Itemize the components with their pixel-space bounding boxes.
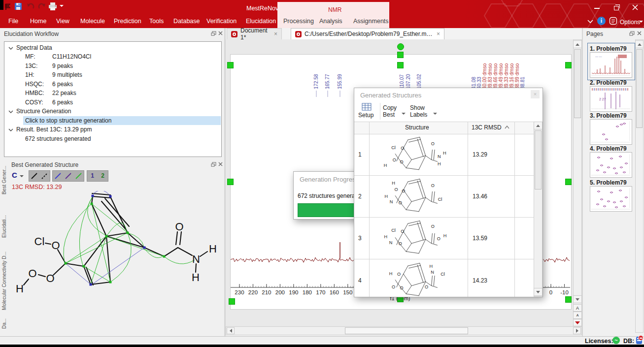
scroll-down-button[interactable]: [573, 295, 582, 303]
selection-handle[interactable]: [229, 298, 235, 305]
tab-database[interactable]: Database: [173, 18, 200, 25]
side-tab-molecular-connectivity[interactable]: Molecular Connectivity D...: [1, 252, 7, 310]
info-icon[interactable]: i: [597, 17, 606, 25]
show-labels-caret-icon[interactable]: [433, 113, 437, 117]
zoom-out-page-button[interactable]: A: [573, 312, 582, 319]
scroll-right-button[interactable]: [573, 327, 581, 334]
tab-file[interactable]: File: [8, 18, 18, 25]
bookmark-icon[interactable]: [5, 3, 11, 10]
ring-1-button[interactable]: 1: [87, 171, 98, 181]
ring-2-button[interactable]: 2: [98, 171, 108, 181]
atom-type-button[interactable]: C: [12, 171, 17, 179]
page-caption[interactable]: 3. Problem79: [590, 112, 637, 119]
page-nav-button[interactable]: [573, 319, 582, 326]
close-panel-icon[interactable]: [218, 31, 223, 35]
best-structure-canvas[interactable]: ClOOOHONHH: [7, 191, 225, 337]
tab-verification[interactable]: Verification: [206, 18, 237, 25]
selection-handle[interactable]: [397, 52, 404, 58]
copy-best-caret-icon[interactable]: [402, 113, 406, 117]
chevron-down-icon[interactable]: [8, 110, 13, 114]
document-tab-label[interactable]: C:/Users/Esther/Desktop/Problem79_Esther…: [305, 31, 434, 37]
scroll-up-button[interactable]: [573, 40, 582, 48]
license-status-icon[interactable]: ~: [612, 337, 620, 344]
selection-handle[interactable]: [397, 62, 404, 68]
selection-handle[interactable]: [565, 62, 572, 68]
doc-vscroll-thumb[interactable]: [574, 49, 581, 118]
stop-generation-label[interactable]: Click to stop structure generation: [25, 117, 111, 124]
page-thumbnail[interactable]: [590, 119, 632, 145]
rotation-handle[interactable]: [397, 43, 404, 50]
chevron-down-icon[interactable]: [8, 46, 13, 50]
structure-thumbnail[interactable]: HOOHNOOCl: [376, 177, 460, 216]
purple-bond-button[interactable]: [63, 171, 73, 181]
selection-handle[interactable]: [565, 179, 572, 185]
copy-best-button[interactable]: Copy Best: [383, 104, 401, 118]
minimize-button[interactable]: [589, 2, 604, 12]
float-panel-icon[interactable]: [629, 31, 635, 36]
green-bond-button[interactable]: [73, 171, 84, 181]
restore-button[interactable]: [609, 2, 624, 12]
tab-molecule[interactable]: Molecule: [80, 18, 105, 25]
tab-analysis[interactable]: Analysis: [319, 18, 342, 25]
selection-handle[interactable]: [227, 179, 234, 185]
column-structure[interactable]: Structure: [405, 124, 429, 131]
dashed-bond-button[interactable]: [39, 171, 50, 181]
page-caption[interactable]: 2. Problem79: [590, 79, 637, 86]
page-thumbnail[interactable]: [590, 152, 632, 178]
print-icon[interactable]: [48, 2, 57, 10]
chevron-down-icon[interactable]: [8, 128, 13, 132]
tree-result[interactable]: Result. Best 13C: 13.29 ppm: [16, 126, 92, 133]
tab-home[interactable]: Home: [30, 18, 46, 25]
column-rmsd[interactable]: 13C RMSD: [472, 124, 502, 131]
options-caret-icon[interactable]: [639, 21, 643, 25]
document-tab-label[interactable]: Document 1*: [240, 27, 271, 41]
doc-hscroll-thumb[interactable]: [345, 327, 468, 334]
document-tab-1[interactable]: Document 1* ×: [227, 28, 282, 39]
page-caption[interactable]: 5. Problem79: [590, 179, 637, 186]
page-caption[interactable]: 4. Problem79: [590, 145, 637, 152]
generated-structures-dialog[interactable]: Generated Structures × Setup Copy Best S…: [354, 88, 543, 297]
page-thumbnail[interactable]: [590, 186, 632, 212]
structure-thumbnail[interactable]: ClOHNOOOH: [376, 219, 460, 257]
tab-assignments[interactable]: Assignments: [353, 18, 389, 25]
tab-tools[interactable]: Tools: [149, 18, 164, 25]
show-labels-button[interactable]: Show Labels: [410, 104, 431, 118]
close-panel-icon[interactable]: [218, 162, 223, 166]
dialog-close-button[interactable]: ×: [531, 90, 540, 98]
document-tab-2[interactable]: C:/Users/Esther/Desktop/Problem79_Esther…: [291, 28, 444, 39]
scroll-left-button[interactable]: [227, 327, 235, 334]
atom-type-caret-icon[interactable]: [20, 175, 24, 179]
ribbon-collapse-icon[interactable]: [587, 20, 593, 24]
structure-thumbnail[interactable]: ClOHOOONHH: [376, 135, 460, 174]
close-panel-icon[interactable]: [637, 31, 642, 35]
scroll-up-button[interactable]: [534, 122, 542, 129]
quick-access-more-icon[interactable]: [60, 5, 64, 9]
side-tab-data[interactable]: Da...: [1, 318, 7, 329]
undo-icon[interactable]: [27, 3, 34, 10]
side-tab-best-generated[interactable]: Best Gener...: [1, 166, 7, 194]
redo-icon[interactable]: [38, 3, 46, 10]
page-thumbnail[interactable]: 2 27: [590, 86, 632, 112]
scroll-up-button[interactable]: [635, 40, 644, 48]
scroll-down-button[interactable]: [534, 288, 542, 296]
save-icon[interactable]: [14, 2, 22, 10]
page-thumbnail[interactable]: ╌╌ ╌╌: [590, 52, 632, 78]
tab-view[interactable]: View: [56, 18, 69, 25]
float-panel-icon[interactable]: [211, 31, 216, 36]
setup-button[interactable]: Setup: [358, 112, 373, 119]
tab-close-icon[interactable]: ×: [274, 31, 277, 37]
selection-handle[interactable]: [227, 62, 234, 68]
table-vscroll-thumb[interactable]: [535, 130, 542, 189]
single-bond-button[interactable]: [29, 171, 39, 181]
page-caption[interactable]: 1. Problem79: [590, 45, 637, 52]
tree-spectral-data[interactable]: Spectral Data: [16, 44, 52, 51]
zoom-in-page-button[interactable]: A: [573, 304, 582, 312]
setup-icon[interactable]: [362, 103, 372, 111]
selection-handle[interactable]: [565, 296, 572, 303]
blue-bond-button[interactable]: [53, 171, 63, 181]
document-options-icon[interactable]: [609, 17, 617, 25]
float-panel-icon[interactable]: [211, 162, 216, 167]
options-label[interactable]: Options: [620, 19, 640, 26]
pages-vscroll-thumb[interactable]: [636, 49, 643, 128]
db-status-icon[interactable]: [636, 337, 642, 344]
